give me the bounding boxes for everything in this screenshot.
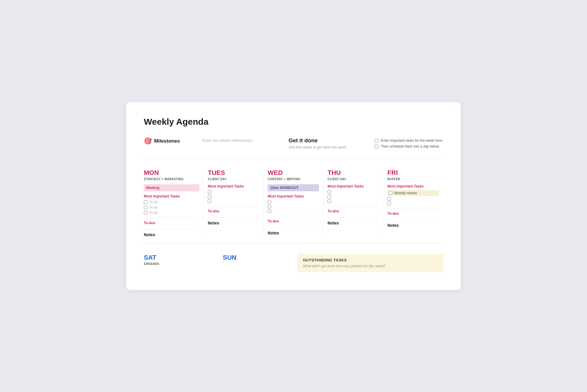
- day-sub-fri: BUFFER: [387, 178, 439, 181]
- fri-cb-3[interactable]: [387, 202, 439, 205]
- milestone-icon: 🎯: [144, 137, 152, 145]
- get-it-done-checks: Enter important tasks for the week here.…: [375, 137, 443, 148]
- mon-notes-label: Notes: [144, 232, 199, 237]
- mon-todo-text-3: To-do: [149, 211, 158, 215]
- mon-divider: [144, 218, 199, 218]
- outstanding-title: OUTSTANDING TASKS: [303, 258, 438, 262]
- day-col-fri: FRI BUFFER Most Important Tasks Weekly r…: [383, 169, 443, 237]
- mon-highlight: Meeting: [144, 184, 199, 191]
- wed-todos-link[interactable]: To-dos: [268, 219, 319, 223]
- wed-cb-2-input[interactable]: [268, 205, 271, 208]
- tues-mit-label: Most Important Tasks: [208, 184, 259, 188]
- thu-cb-3[interactable]: [328, 200, 379, 203]
- thu-mit-label: Most Important Tasks: [328, 184, 379, 188]
- day-col-sun: SUN: [219, 254, 294, 272]
- day-col-mon: MON STRATEGY + MARKETING Meeting Most Im…: [144, 169, 204, 237]
- day-sub-mon: STRATEGY + MARKETING: [144, 178, 199, 181]
- fri-todos-link[interactable]: To-dos: [387, 212, 439, 216]
- weekly-agenda-card: Weekly Agenda 🎯 Milestones Enter this we…: [126, 102, 461, 290]
- wed-mit-label: Most Important Tasks: [268, 194, 319, 198]
- tues-divider: [208, 206, 259, 206]
- tues-cb-1[interactable]: [208, 190, 259, 194]
- bottom-row: SAT ERRANDS SUN OUTSTANDING TASKS What d…: [144, 254, 443, 272]
- day-name-mon: MON: [144, 169, 199, 177]
- thu-cb-2[interactable]: [328, 195, 379, 198]
- thu-cb-2-input[interactable]: [328, 195, 331, 198]
- get-it-done-section: Get it done Shit that needs to get done …: [289, 137, 363, 150]
- mon-todos-link[interactable]: To-dos: [144, 221, 199, 225]
- fri-divider-2: [387, 220, 439, 220]
- schedule-checkbox[interactable]: [375, 145, 378, 148]
- get-it-done-title: Get it done: [289, 137, 363, 144]
- fri-weekly-review[interactable]: Weekly review: [387, 190, 439, 196]
- wed-notes-label: Notes: [268, 231, 319, 235]
- tues-cb-1-input[interactable]: [208, 190, 211, 194]
- mon-todo-3[interactable]: To-do: [144, 211, 199, 215]
- mon-todo-1[interactable]: To-do: [144, 200, 199, 204]
- mon-todo-checkbox-1[interactable]: [144, 200, 147, 204]
- thu-todos-link[interactable]: To-dos: [328, 209, 379, 213]
- thu-divider: [328, 206, 379, 206]
- wed-cb-3[interactable]: [268, 209, 319, 213]
- mon-todo-text-2: To-do: [149, 205, 158, 209]
- wed-cb-3-input[interactable]: [268, 209, 271, 213]
- wed-cb-2[interactable]: [268, 205, 319, 208]
- fri-weekly-review-label: Weekly review: [394, 191, 417, 195]
- day-sub-wed: CONTENT + WRITING: [268, 178, 319, 181]
- tues-cb-3-input[interactable]: [208, 200, 211, 203]
- day-name-wed: WED: [268, 169, 319, 177]
- mon-todo-checkbox-3[interactable]: [144, 211, 147, 214]
- wed-cb-1[interactable]: [268, 200, 319, 204]
- day-sub-tues: CLIENT DAY: [208, 178, 259, 181]
- page-title: Weekly Agenda: [144, 117, 443, 127]
- tues-todos-link[interactable]: To-dos: [208, 209, 259, 213]
- thu-divider-2: [328, 217, 379, 218]
- get-it-done-subtitle: Shit that needs to get done this week: [289, 145, 363, 150]
- tues-cb-2[interactable]: [208, 195, 259, 198]
- mon-todo-2[interactable]: To-do: [144, 205, 199, 209]
- thu-checkbox-list: [328, 190, 379, 203]
- fri-notes-label: Notes: [387, 223, 439, 228]
- fri-cb-2[interactable]: [387, 197, 439, 201]
- day-col-wed: WED CONTENT + WRITING 10am WORKOUT Most …: [264, 169, 323, 237]
- fri-weekly-review-checkbox[interactable]: [389, 191, 392, 195]
- tues-checkbox-list: [208, 190, 259, 203]
- schedule-check[interactable]: Then schedule them into a day below: [375, 144, 443, 148]
- day-name-sat: SAT: [144, 254, 215, 261]
- schedule-label: Then schedule them into a day below: [381, 144, 439, 148]
- fri-checkbox-list: Weekly review: [387, 190, 439, 205]
- fri-cb-2-input[interactable]: [387, 197, 391, 201]
- day-name-thu: THU: [328, 169, 379, 177]
- important-tasks-label: Enter important tasks for the week here.: [381, 138, 443, 143]
- wed-divider: [268, 216, 319, 216]
- important-tasks-checkbox[interactable]: [375, 139, 378, 143]
- day-col-sat: SAT ERRANDS: [144, 254, 219, 272]
- wed-checkbox-list: [268, 200, 319, 213]
- mon-todo-checkbox-2[interactable]: [144, 206, 147, 209]
- fri-divider: [387, 208, 439, 209]
- tues-divider-2: [208, 217, 259, 218]
- day-name-fri: FRI: [387, 169, 439, 177]
- milestones-section: 🎯 Milestones Enter this weeks milestone(…: [144, 137, 443, 158]
- fri-mit-label: Most Important Tasks: [387, 184, 439, 188]
- wed-highlight: 10am WORKOUT: [268, 184, 319, 191]
- thu-cb-1-input[interactable]: [328, 190, 331, 194]
- thu-notes-label: Notes: [328, 221, 379, 225]
- wed-cb-1-input[interactable]: [268, 200, 271, 204]
- day-name-sun: SUN: [223, 254, 289, 261]
- milestones-left: 🎯 Milestones: [144, 137, 191, 145]
- day-col-thu: THU CLIENT DAY Most Important Tasks To-d…: [323, 169, 383, 237]
- thu-cb-1[interactable]: [328, 190, 379, 194]
- important-tasks-check[interactable]: Enter important tasks for the week here.: [375, 138, 443, 143]
- milestones-placeholder: Enter this weeks milestone(s): [203, 137, 277, 143]
- thu-cb-3-input[interactable]: [328, 200, 331, 203]
- wed-divider-2: [268, 227, 319, 228]
- fri-cb-3-input[interactable]: [387, 202, 391, 205]
- tues-cb-3[interactable]: [208, 200, 259, 203]
- mon-todo-list: To-do To-do To-do: [144, 200, 199, 215]
- mon-divider-2: [144, 229, 199, 229]
- day-name-tues: TUES: [208, 169, 259, 177]
- day-sub-thu: CLIENT DAY: [328, 178, 379, 181]
- mon-mit-label: Most Important Tasks: [144, 194, 199, 198]
- tues-cb-2-input[interactable]: [208, 195, 211, 198]
